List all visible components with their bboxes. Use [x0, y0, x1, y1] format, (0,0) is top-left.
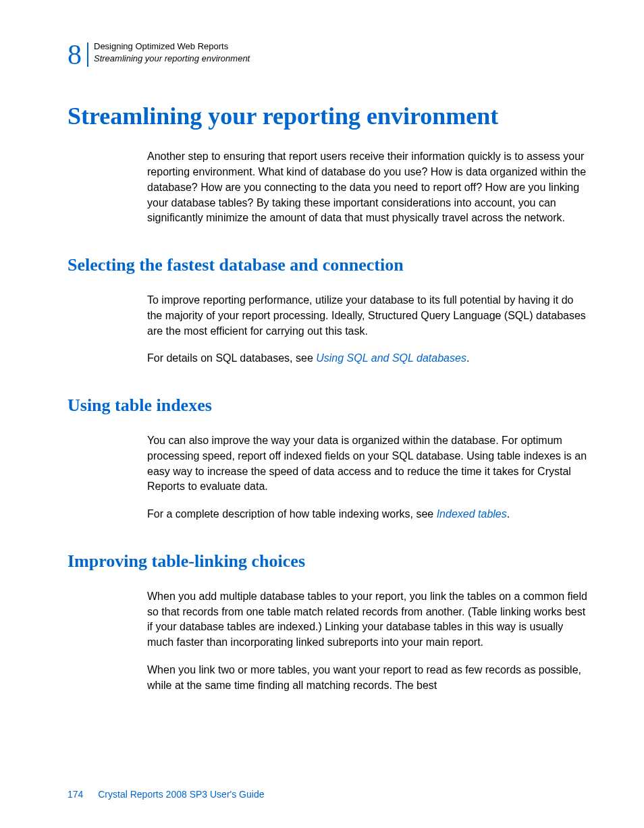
section1-para1: To improve reporting performance, utiliz…: [147, 293, 590, 339]
section1-para2-prefix: For details on SQL databases, see: [147, 352, 316, 364]
section2-para2-prefix: For a complete description of how table …: [147, 508, 437, 520]
section-heading-table-indexes: Using table indexes: [68, 395, 590, 416]
section1-para2: For details on SQL databases, see Using …: [147, 351, 590, 366]
section-heading-fastest-db: Selecting the fastest database and conne…: [68, 254, 590, 275]
page-number: 174: [68, 789, 83, 800]
page-footer: 174 Crystal Reports 2008 SP3 User's Guid…: [68, 789, 264, 800]
header-line-1: Designing Optimized Web Reports: [94, 40, 250, 53]
link-indexed-tables[interactable]: Indexed tables: [437, 508, 507, 520]
header-divider: [87, 43, 88, 67]
section2-para1: You can also improve the way your data i…: [147, 433, 590, 495]
chapter-number: 8: [68, 40, 82, 69]
intro-paragraph: Another step to ensuring that report use…: [147, 149, 590, 226]
header-text: Designing Optimized Web Reports Streamli…: [94, 40, 250, 64]
header-line-2: Streamlining your reporting environment: [94, 53, 250, 65]
section3-para1: When you add multiple database tables to…: [147, 589, 590, 651]
doc-title: Crystal Reports 2008 SP3 User's Guide: [98, 789, 264, 800]
main-heading: Streamlining your reporting environment: [68, 103, 590, 130]
section-heading-table-linking: Improving table-linking choices: [68, 551, 590, 572]
section1-para2-suffix: .: [466, 352, 469, 364]
page-header: 8 Designing Optimized Web Reports Stream…: [68, 40, 590, 69]
link-sql-databases[interactable]: Using SQL and SQL databases: [316, 352, 466, 364]
section2-para2: For a complete description of how table …: [147, 507, 590, 522]
section3-para2: When you link two or more tables, you wa…: [147, 663, 590, 693]
section2-para2-suffix: .: [507, 508, 510, 520]
